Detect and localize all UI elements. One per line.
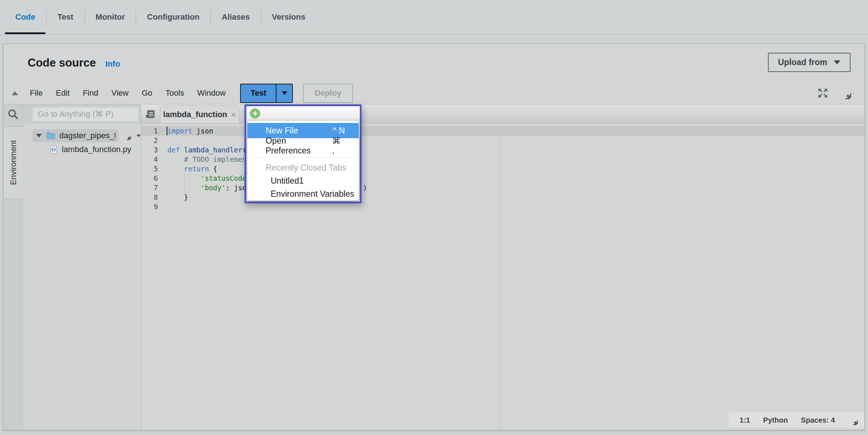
collapse-menubar-icon[interactable] [12,91,18,95]
chevron-down-icon [282,91,287,95]
menu-tools[interactable]: Tools [164,87,186,99]
environment-tab-label: Environment [9,140,18,185]
file-tree-panel: dagster_pipes_functlambda_function.py [23,104,141,430]
new-tab-strip: + [246,106,360,121]
line-number-3[interactable]: 3 [141,145,164,155]
test-button[interactable]: Test [240,84,276,103]
status-language[interactable]: Python [763,415,788,425]
tree-item-dagster-pipes-funct[interactable]: dagster_pipes_funct [23,129,141,143]
menu-window[interactable]: Window [196,87,227,99]
new-tab-menu: + New File^ NOpen Preferences⌘ , Recentl… [244,104,362,203]
left-rail: Environment [4,104,23,430]
tab-list-icon[interactable] [145,108,156,120]
tab-configuration[interactable]: Configuration [136,0,210,34]
menu-go[interactable]: Go [140,87,154,99]
menu-edit[interactable]: Edit [54,87,71,99]
recent-tab-untitled1[interactable]: Untitled1 [247,174,359,187]
close-tab-icon[interactable]: × [231,110,236,119]
line-number-7[interactable]: 7 [141,183,164,192]
menu-find[interactable]: Find [81,87,100,99]
folder-icon [46,131,56,140]
tab-code[interactable]: Code [4,0,46,34]
test-split-button: Test [240,84,293,103]
line-number-8[interactable]: 8 [141,192,164,202]
menu-divider [252,157,354,157]
editor-tab-lambda-function[interactable]: lambda_function × [160,105,239,123]
lambda-console-screen: CodeTestMonitorConfigurationAliasesVersi… [0,0,868,435]
status-cursor-position[interactable]: 1:1 [740,415,750,425]
menu-item-label: New File [266,126,298,136]
line-number-4[interactable]: 4 [141,155,164,164]
code-source-header: Code source Info Upload from [4,44,864,82]
code-source-panel: Code source Info Upload from FileEditFin… [3,44,865,430]
editor-workspace: Environment dagster_pipes_functlambda_fu… [4,104,864,430]
python-file-icon [49,145,58,154]
tab-monitor[interactable]: Monitor [85,0,136,34]
line-number-5[interactable]: 5 [141,164,164,173]
info-link[interactable]: Info [105,59,120,69]
status-settings-gear-icon[interactable] [848,415,858,425]
fullscreen-icon[interactable] [817,87,829,99]
editor-status-bar: 1:1 Python Spaces: 4 [729,412,864,428]
menu-item-label: Open Preferences [266,136,332,156]
test-dropdown-button[interactable] [276,84,293,103]
folder-settings-gear-icon[interactable] [123,132,135,140]
menu-item-open-preferences[interactable]: Open Preferences⌘ , [247,138,359,153]
recent-tab-environment-variables[interactable]: Environment Variables [247,187,359,200]
deploy-button[interactable]: Deploy [303,84,353,103]
gear-icon [123,132,131,140]
status-indentation[interactable]: Spaces: 4 [801,415,835,425]
new-tab-menu-panel: New File^ NOpen Preferences⌘ , Recently … [247,121,359,200]
disclosure-caret-icon[interactable] [36,134,42,137]
line-number-2[interactable]: 2 [141,136,164,145]
tree-item-label: lambda_function.py [62,145,131,154]
chevron-down-icon [834,60,840,64]
search-icon[interactable] [4,104,23,124]
page-title: Code source [28,56,96,69]
line-number-6[interactable]: 6 [141,173,164,183]
tab-versions[interactable]: Versions [261,0,316,34]
goto-anything-input[interactable] [32,107,139,121]
menu-file[interactable]: File [28,87,44,99]
function-tabs-bar: CodeTestMonitorConfigurationAliasesVersi… [0,0,868,34]
line-number-1[interactable]: 1 [141,126,164,136]
menu-item-shortcut: ^ N [333,126,345,136]
tree-item-label: dagster_pipes_funct [59,131,115,140]
menu-view[interactable]: View [110,87,130,99]
menu-section-label: Recently Closed Tabs [247,161,359,174]
upload-from-label: Upload from [778,57,827,67]
tab-aliases[interactable]: Aliases [211,0,260,34]
gear-caret-icon [136,135,141,137]
text-cursor [167,127,167,135]
editor-settings-gear-icon[interactable] [839,87,851,99]
tab-test[interactable]: Test [47,0,84,34]
environment-tab[interactable]: Environment [4,126,23,199]
print-margin-line [501,124,501,430]
new-tab-plus-icon[interactable]: + [250,108,260,119]
tree-item-lambda-function-py[interactable]: lambda_function.py [23,143,141,156]
editor-menubar: FileEditFindViewGoToolsWindow Test Deplo… [4,82,864,104]
upload-from-button[interactable]: Upload from [768,53,851,72]
editor-tab-label: lambda_function [163,110,227,119]
goto-anything-row [23,104,141,124]
line-number-9[interactable]: 9 [141,202,164,211]
line-number-gutter: 123456789 [141,126,164,211]
menu-item-shortcut: ⌘ , [332,136,345,156]
tree-item-selection: dagster_pipes_funct [32,129,118,142]
